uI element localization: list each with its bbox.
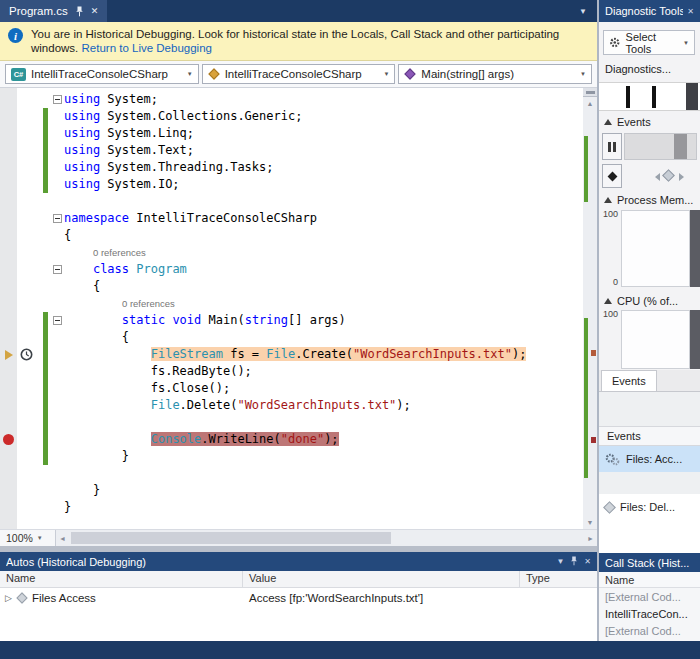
code-line: using System.Linq; [0, 125, 583, 142]
expander-icon[interactable]: ▷ [5, 593, 12, 603]
horizontal-scrollbar[interactable] [69, 530, 584, 546]
scroll-up-icon[interactable]: ▲ [583, 97, 597, 110]
event-marker-track[interactable] [624, 164, 697, 188]
next-event-icon[interactable] [679, 173, 684, 181]
section-expander-icon[interactable] [604, 298, 612, 304]
glyph-margin-cell [0, 482, 17, 499]
glyph-margin-cell [0, 91, 17, 108]
fold-collapse-icon[interactable] [53, 265, 62, 274]
fold-margin-cell [51, 499, 64, 516]
fold-collapse-icon[interactable] [53, 316, 62, 325]
timeline-range-selector[interactable] [686, 83, 698, 110]
scroll-right-icon[interactable]: ► [584, 530, 597, 546]
callstack-frame[interactable]: [External Cod... [599, 622, 700, 639]
change-bar-cell [43, 448, 49, 465]
historical-clock-icon [20, 348, 33, 361]
events-list-body: Files: Del... [599, 494, 700, 553]
fold-margin-cell [51, 397, 64, 414]
hist-clock-cell [17, 261, 35, 278]
autos-row[interactable]: ▷Files AccessAccess [fp:'WordSearchInput… [0, 588, 597, 608]
callstack-frame[interactable]: IntelliTraceCon... [599, 605, 700, 622]
change-bar [43, 176, 48, 193]
hist-clock-cell [17, 346, 35, 363]
code-token [64, 313, 122, 327]
event-marker-icon[interactable] [662, 169, 675, 182]
events-filter-button[interactable] [602, 164, 622, 188]
section-expander-icon[interactable] [604, 197, 612, 203]
close-icon[interactable]: ✕ [687, 7, 694, 16]
member-dropdown[interactable]: Main(string[] args) ▼ [398, 64, 592, 84]
change-mark [584, 318, 588, 478]
codelens-link[interactable]: 0 references [93, 247, 146, 258]
code-line: 0 references [0, 244, 583, 261]
glyph-margin-cell [0, 465, 17, 482]
section-expander-icon[interactable] [604, 119, 612, 125]
event-row-files-access[interactable]: Files: Acc... [599, 446, 700, 472]
events-section-header[interactable]: Events [604, 116, 651, 128]
return-to-live-debugging-link[interactable]: Return to Live Debugging [82, 42, 212, 54]
column-header-value[interactable]: Value [243, 571, 520, 587]
pause-events-button[interactable] [602, 133, 622, 160]
code-text: Console.WriteLine("done"); [64, 431, 583, 448]
diagnostics-tab-strip: Events [599, 370, 700, 392]
code-token: .Create( [295, 347, 353, 361]
pin-icon[interactable] [75, 6, 84, 17]
codelens-link[interactable]: 0 references [122, 298, 175, 309]
fold-margin-cell [51, 176, 64, 193]
close-icon[interactable]: ✕ [584, 557, 591, 566]
fold-collapse-icon[interactable] [53, 214, 62, 223]
call-stack-column-header[interactable]: Name [599, 572, 700, 588]
type-dropdown[interactable]: IntelliTraceConsoleCSharp ▼ [202, 64, 396, 84]
code-token: System; [100, 92, 158, 106]
diagnostic-tools-title-bar[interactable]: Diagnostic Tools ✕ [599, 0, 700, 22]
type-dropdown-label: IntelliTraceConsoleCSharp [225, 68, 362, 80]
scrollbar-thumb[interactable] [71, 532, 391, 544]
code-editor[interactable]: using System;using System.Collections.Ge… [0, 88, 597, 546]
code-token: Main( [201, 313, 244, 327]
close-icon[interactable]: ✕ [91, 6, 99, 16]
pin-icon[interactable] [570, 556, 578, 568]
call-stack-rows: [External Cod...IntelliTraceCon...[Exter… [599, 588, 700, 641]
breakpoint-icon[interactable] [3, 434, 14, 445]
tab-events[interactable]: Events [601, 370, 657, 391]
breakpoint-line-highlight: Console.WriteLine("done"); [151, 432, 339, 446]
vertical-scrollbar[interactable]: ▲ ▼ [583, 88, 597, 529]
code-token: using [64, 160, 100, 174]
gear-icon [609, 36, 621, 49]
call-stack-title: Call Stack (Hist... [605, 557, 694, 569]
scroll-left-icon[interactable]: ◄ [56, 530, 69, 546]
zoom-dropdown[interactable]: 100% ▼ [0, 530, 56, 546]
diagnostics-timeline[interactable] [599, 82, 700, 111]
code-token: IntelliTraceConsoleCSharp [129, 211, 317, 225]
call-stack-title-bar[interactable]: Call Stack (Hist... [599, 553, 700, 572]
chart-scrollbar[interactable] [690, 310, 700, 369]
events-track[interactable] [624, 133, 697, 160]
code-text: using System.Text; [64, 142, 583, 159]
autos-title-bar[interactable]: Autos (Historical Debugging) ▼ ✕ [0, 552, 597, 571]
code-token: void [172, 313, 201, 327]
scroll-down-icon[interactable]: ▼ [583, 516, 597, 529]
code-text: { [64, 329, 583, 346]
project-dropdown-label: IntelliTraceConsoleCSharp [31, 68, 168, 80]
callstack-frame[interactable]: [External Cod... [599, 588, 700, 605]
events-list-header[interactable]: Events [599, 426, 700, 446]
split-grip[interactable] [583, 88, 597, 97]
fold-collapse-icon[interactable] [53, 95, 62, 104]
tab-program-cs[interactable]: Program.cs ✕ [0, 0, 107, 22]
scrollbar-track[interactable] [583, 110, 597, 516]
select-tools-button[interactable]: Select Tools ▼ [603, 30, 695, 55]
chart-scrollbar[interactable] [690, 210, 700, 287]
column-header-name[interactable]: Name [0, 571, 243, 587]
cpu-section-label: CPU (% of... [617, 295, 678, 307]
window-position-icon[interactable]: ▼ [556, 557, 564, 566]
project-dropdown[interactable]: C# IntelliTraceConsoleCSharp ▼ [5, 64, 199, 84]
fold-margin-cell [51, 159, 64, 176]
memory-section-header[interactable]: Process Mem... [604, 194, 693, 206]
event-row-files-delete[interactable]: Files: Del... [599, 494, 700, 520]
prev-event-icon[interactable] [655, 173, 660, 181]
file-delete-icon [603, 501, 616, 514]
chevron-down-icon[interactable]: ▼ [579, 7, 597, 16]
column-header-type[interactable]: Type [520, 571, 597, 587]
code-token: File [151, 398, 180, 412]
cpu-section-header[interactable]: CPU (% of... [604, 295, 678, 307]
